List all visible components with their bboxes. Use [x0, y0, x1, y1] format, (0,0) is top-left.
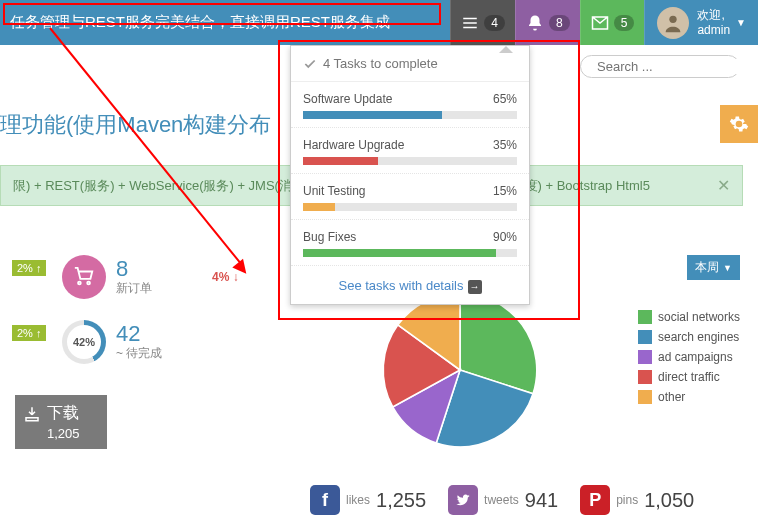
close-icon[interactable]: ✕ [717, 176, 730, 195]
alerts-menu-button[interactable]: 8 [515, 0, 580, 45]
messages-menu-button[interactable]: 5 [580, 0, 645, 45]
task-row[interactable]: Hardware Upgrade35% [291, 128, 529, 174]
task-percent: 90% [493, 230, 517, 244]
settings-gear-button[interactable] [720, 105, 758, 143]
social-likes: f likes 1,255 [310, 485, 426, 515]
search-bar[interactable] [580, 55, 740, 78]
legend-label: other [658, 390, 685, 404]
legend-swatch [638, 310, 652, 324]
task-name: Bug Fixes [303, 230, 356, 244]
pinterest-icon: P [580, 485, 610, 515]
see-tasks-link[interactable]: See tasks with details→ [338, 278, 481, 293]
task-progress-bar [303, 203, 335, 211]
download-label: 下载 [47, 403, 79, 424]
username-label: admin [697, 23, 730, 37]
caret-down-icon: ▼ [723, 263, 732, 273]
cart-icon-circle [62, 255, 106, 299]
task-name: Software Update [303, 92, 392, 106]
legend-swatch [638, 390, 652, 404]
caret-down-icon: ▼ [736, 17, 746, 28]
stat-orders-tag: 2% ↑ [12, 260, 46, 276]
user-text: 欢迎, admin [697, 8, 730, 37]
task-progress-bar [303, 111, 442, 119]
svg-point-0 [670, 15, 677, 22]
alerts-count-badge: 8 [549, 15, 570, 31]
stat-pending-label: ~ 待完成 [116, 345, 162, 362]
tasks-dropdown-header: 4 Tasks to complete [291, 46, 529, 82]
legend-label: search engines [658, 330, 739, 344]
task-row[interactable]: Software Update65% [291, 82, 529, 128]
stat-pending: 2% ↑ 42% 42 ~ 待完成 [62, 320, 162, 364]
task-row[interactable]: Bug Fixes90% [291, 220, 529, 266]
welcome-label: 欢迎, [697, 8, 730, 22]
weekly-dropdown-button[interactable]: 本周 ▼ [687, 255, 740, 280]
progress-ring-label: 42% [67, 325, 101, 359]
progress-ring: 42% [62, 320, 106, 364]
task-name: Unit Testing [303, 184, 365, 198]
topbar: 任务管理与REST服务完美结合，直接调用REST服务集成 4 8 5 欢迎, a… [0, 0, 758, 45]
stat-pending-tag: 2% ↑ [12, 325, 46, 341]
task-percent: 15% [493, 184, 517, 198]
task-row[interactable]: Unit Testing15% [291, 174, 529, 220]
envelope-icon [591, 14, 609, 32]
pie-chart [350, 290, 570, 450]
task-progress-bar [303, 249, 496, 257]
legend-item: ad campaigns [638, 350, 740, 364]
gear-icon [729, 114, 749, 134]
legend-label: social networks [658, 310, 740, 324]
download-count: 1,205 [47, 426, 99, 441]
tasks-dropdown-footer[interactable]: See tasks with details→ [291, 266, 529, 304]
stat-orders-label: 新订单 [116, 280, 152, 297]
search-input[interactable] [597, 59, 758, 74]
avatar [657, 7, 689, 39]
social-stats-row: f likes 1,255 tweets 941 P pins 1,050 [310, 485, 694, 515]
bell-icon [526, 14, 544, 32]
legend-label: ad campaigns [658, 350, 733, 364]
social-pins: P pins 1,050 [580, 485, 694, 515]
task-name: Hardware Upgrade [303, 138, 404, 152]
stat-pending-value: 42 [116, 323, 162, 345]
tasks-count-badge: 4 [484, 15, 505, 31]
stat-orders-value: 8 [116, 258, 152, 280]
tasks-dropdown: 4 Tasks to complete Software Update65%Ha… [290, 45, 530, 305]
annotation-arrow-line [49, 27, 241, 263]
legend-item: social networks [638, 310, 740, 324]
tasks-icon [461, 14, 479, 32]
legend-swatch [638, 350, 652, 364]
legend-item: search engines [638, 330, 740, 344]
check-icon [303, 57, 317, 71]
stat-orders: 2% ↑ 8 新订单 4% ↓ [62, 255, 239, 299]
messages-count-badge: 5 [614, 15, 635, 31]
chart-legend: social networkssearch enginesad campaign… [638, 310, 740, 410]
user-menu-button[interactable]: 欢迎, admin ▼ [644, 0, 758, 45]
legend-swatch [638, 330, 652, 344]
legend-swatch [638, 370, 652, 384]
legend-item: other [638, 390, 740, 404]
legend-item: direct traffic [638, 370, 740, 384]
task-percent: 65% [493, 92, 517, 106]
legend-label: direct traffic [658, 370, 720, 384]
task-percent: 35% [493, 138, 517, 152]
download-box[interactable]: 下载 1,205 [15, 395, 107, 449]
twitter-icon [448, 485, 478, 515]
topbar-title: 任务管理与REST服务完美结合，直接调用REST服务集成 [0, 13, 450, 32]
download-icon [23, 405, 41, 423]
arrow-right-icon: → [468, 280, 482, 294]
cart-icon [73, 266, 95, 288]
social-tweets: tweets 941 [448, 485, 558, 515]
facebook-icon: f [310, 485, 340, 515]
task-progress-bar [303, 157, 378, 165]
